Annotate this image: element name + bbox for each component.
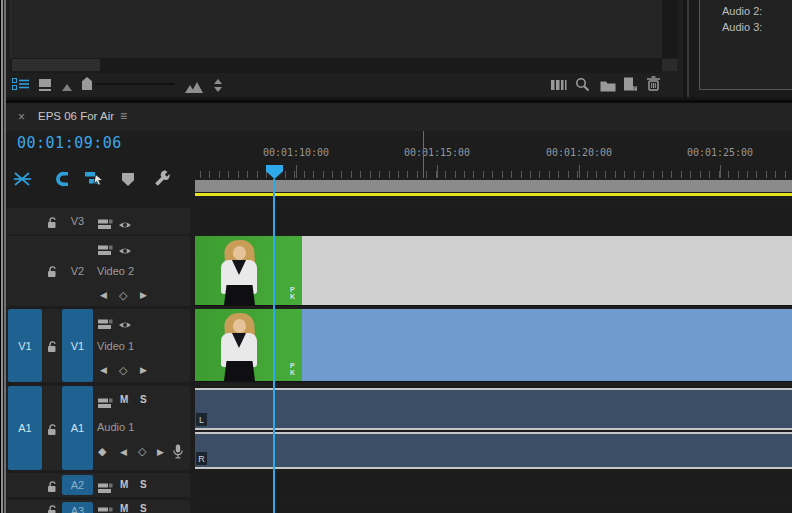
- solo-button[interactable]: S: [140, 394, 147, 405]
- metadata-field-audio3: Audio 3:: [700, 19, 792, 35]
- ruler-minor-tick: [341, 171, 342, 178]
- project-vertical-scrollbar[interactable]: [662, 0, 678, 58]
- track-v1-content[interactable]: P K: [195, 309, 792, 382]
- nest-toggle-icon[interactable]: [13, 171, 32, 192]
- zoom-slider-thumb[interactable]: [82, 77, 92, 90]
- zoom-in-icon[interactable]: [185, 79, 207, 97]
- ruler-minor-tick: [370, 171, 371, 178]
- track-output-eye-icon[interactable]: [118, 242, 132, 260]
- project-horizontal-scrollbar[interactable]: [10, 58, 662, 73]
- ruler-minor-tick: [719, 171, 720, 178]
- timeline-settings-wrench-icon[interactable]: [153, 169, 171, 191]
- add-keyframe-icon[interactable]: ◇: [119, 365, 127, 375]
- track-target-a1[interactable]: A1: [62, 386, 93, 470]
- list-view-icon[interactable]: [12, 77, 30, 95]
- audio1-clip-right-channel[interactable]: R: [195, 432, 792, 469]
- automate-to-sequence-icon[interactable]: [551, 78, 567, 96]
- lock-icon[interactable]: [46, 339, 58, 357]
- linked-selection-icon[interactable]: [84, 170, 104, 191]
- lock-icon[interactable]: [46, 422, 58, 440]
- icon-view-icon[interactable]: [38, 78, 52, 96]
- project-panel-content[interactable]: [10, 0, 662, 58]
- add-keyframe-icon[interactable]: ◇: [119, 290, 127, 300]
- mute-button[interactable]: M: [120, 394, 128, 405]
- voiceover-record-mic-icon[interactable]: [172, 444, 184, 463]
- prev-keyframe-icon[interactable]: ◀: [100, 290, 107, 300]
- video1-clip[interactable]: P K: [195, 309, 792, 382]
- channel-badge-right: R: [196, 452, 207, 465]
- keyframe-pen-icon[interactable]: ◆: [98, 446, 106, 456]
- next-keyframe-icon[interactable]: ▶: [157, 447, 164, 457]
- audio1-clip-left-channel[interactable]: L: [195, 388, 792, 430]
- work-area-bar[interactable]: [195, 180, 792, 192]
- ruler-minor-tick: [323, 171, 324, 178]
- lock-icon[interactable]: [46, 215, 58, 233]
- clip-thumbnail-greenscreen: P K: [195, 309, 302, 381]
- prev-keyframe-icon[interactable]: ◀: [120, 447, 127, 457]
- zoom-slider-track[interactable]: [95, 83, 175, 85]
- panel-menu-icon[interactable]: ≡: [120, 109, 127, 123]
- lock-icon[interactable]: [46, 479, 58, 497]
- sync-lock-icon[interactable]: [98, 504, 113, 513]
- ruler-label: 00:01:10:00: [263, 147, 329, 158]
- ruler-minor-tick: [247, 171, 248, 178]
- next-keyframe-icon[interactable]: ▶: [140, 290, 147, 300]
- track-target-v3[interactable]: V3: [62, 215, 93, 227]
- video2-clip[interactable]: P K: [195, 236, 792, 306]
- track-a1-content[interactable]: L R: [195, 386, 792, 470]
- snap-icon[interactable]: [52, 171, 69, 191]
- track-a3-content[interactable]: [195, 500, 792, 513]
- playhead-head[interactable]: [266, 165, 283, 179]
- source-patch-a1[interactable]: A1: [8, 386, 42, 470]
- source-patch-v1[interactable]: V1: [8, 309, 42, 382]
- sync-lock-icon[interactable]: [98, 480, 113, 498]
- work-area-yellow-line: [195, 193, 792, 196]
- ruler-minor-tick: [351, 171, 352, 178]
- track-row-v1: V1 V1 Video 1 ◀ ◇ ▶: [0, 309, 792, 382]
- track-v3-content[interactable]: [195, 208, 792, 234]
- track-a2-content[interactable]: [195, 473, 792, 497]
- lock-icon[interactable]: [46, 503, 58, 513]
- close-tab-icon[interactable]: ×: [18, 110, 25, 124]
- solo-button[interactable]: S: [140, 479, 147, 490]
- sequence-tab[interactable]: EPS 06 For Air: [38, 110, 114, 122]
- sync-lock-icon[interactable]: [98, 216, 113, 234]
- track-output-eye-icon[interactable]: [118, 316, 132, 334]
- clear-trash-icon[interactable]: [646, 76, 661, 95]
- ruler-minor-tick: [257, 171, 258, 178]
- track-target-a2[interactable]: A2: [62, 475, 93, 495]
- ruler-major-tick: [437, 165, 438, 178]
- track-v2-content[interactable]: P K: [195, 236, 792, 306]
- playhead-timecode[interactable]: 00:01:09:06: [17, 134, 122, 152]
- playhead-line[interactable]: [273, 179, 275, 513]
- sync-lock-icon[interactable]: [98, 316, 113, 334]
- add-keyframe-icon[interactable]: ◇: [138, 446, 146, 456]
- mute-button[interactable]: M: [120, 479, 128, 490]
- track-target-v1[interactable]: V1: [62, 309, 93, 382]
- track-target-a3[interactable]: A3: [62, 502, 93, 513]
- add-marker-icon[interactable]: [122, 173, 134, 186]
- track-header-a1: A1 A1 M S Audio 1 ◆ ◀ ◇ ▶: [0, 386, 190, 470]
- new-item-icon[interactable]: [623, 77, 638, 95]
- next-keyframe-icon[interactable]: ▶: [140, 365, 147, 375]
- zoom-out-icon[interactable]: [62, 84, 72, 91]
- track-target-v2[interactable]: V2: [62, 265, 93, 277]
- track-output-eye-icon[interactable]: [118, 216, 132, 234]
- hscroll-thumb[interactable]: [12, 59, 100, 71]
- find-icon[interactable]: [575, 77, 590, 96]
- metadata-panel: Audio 2: Audio 3:: [687, 0, 792, 97]
- ruler-minor-tick: [379, 171, 380, 178]
- lock-icon[interactable]: [46, 264, 58, 282]
- sort-arrows-icon[interactable]: [213, 78, 223, 96]
- sync-lock-icon[interactable]: [98, 395, 113, 413]
- track-name-v2: Video 2: [97, 265, 134, 277]
- ruler-minor-tick: [417, 171, 418, 178]
- new-bin-icon[interactable]: [600, 78, 616, 96]
- sync-lock-icon[interactable]: [98, 242, 113, 260]
- ruler-minor-tick: [209, 171, 210, 178]
- ruler-minor-tick: [766, 171, 767, 178]
- ruler-minor-tick: [238, 171, 239, 178]
- solo-button[interactable]: S: [140, 503, 147, 513]
- prev-keyframe-icon[interactable]: ◀: [100, 365, 107, 375]
- mute-button[interactable]: M: [120, 503, 128, 513]
